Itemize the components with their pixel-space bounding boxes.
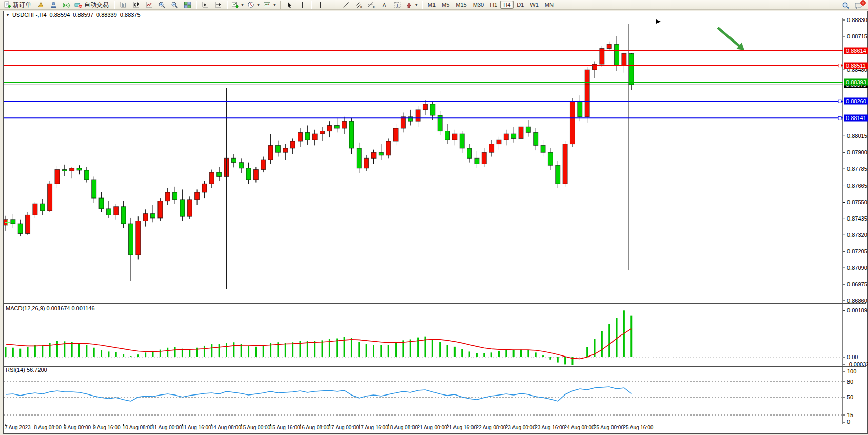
- candle-bear[interactable]: [511, 134, 516, 138]
- candle-bear[interactable]: [357, 148, 361, 168]
- candle-bear[interactable]: [445, 131, 450, 140]
- candle-bull[interactable]: [519, 127, 523, 138]
- candle-bear[interactable]: [92, 180, 96, 198]
- candlestick-chart-button[interactable]: [130, 0, 143, 10]
- level-handle[interactable]: [838, 116, 841, 120]
- trendline-button[interactable]: [340, 0, 352, 10]
- text-button[interactable]: A: [378, 0, 391, 10]
- vertical-line-button[interactable]: [314, 0, 327, 10]
- candle-bull[interactable]: [482, 152, 486, 164]
- candle-bull[interactable]: [158, 201, 163, 218]
- candle-bull[interactable]: [261, 160, 266, 169]
- arrows-dropdown[interactable]: ▼: [404, 0, 420, 10]
- search-button[interactable]: [839, 1, 852, 10]
- timeframe-m15[interactable]: M15: [452, 1, 469, 9]
- crosshair-button[interactable]: [296, 0, 309, 10]
- profile-button[interactable]: [47, 0, 60, 10]
- candle-bull[interactable]: [320, 131, 325, 134]
- timeframe-w1[interactable]: W1: [527, 1, 542, 9]
- chat-button[interactable]: 1: [852, 1, 865, 10]
- candle-bull[interactable]: [497, 140, 501, 144]
- candle-bear[interactable]: [460, 134, 464, 148]
- candle-bull[interactable]: [253, 170, 258, 180]
- candle-bear[interactable]: [275, 145, 280, 152]
- new-order-button[interactable]: 新订单: [2, 0, 34, 10]
- candle-bull[interactable]: [504, 134, 508, 140]
- horizontal-line-button[interactable]: [327, 0, 340, 10]
- candle-bull[interactable]: [143, 214, 148, 221]
- candle-bear[interactable]: [305, 132, 310, 140]
- candle-bear[interactable]: [467, 148, 472, 158]
- candle-bull[interactable]: [386, 141, 391, 155]
- candle-bull[interactable]: [70, 168, 74, 171]
- candle-bull[interactable]: [268, 145, 273, 160]
- candle-bull[interactable]: [570, 101, 575, 144]
- candle-bear[interactable]: [246, 168, 251, 180]
- timeframe-m1[interactable]: M1: [425, 1, 439, 9]
- zoom-out-button[interactable]: [168, 0, 181, 10]
- candle-bull[interactable]: [607, 44, 611, 48]
- candle-bear[interactable]: [334, 125, 339, 128]
- periods-dropdown[interactable]: ▼: [246, 0, 262, 10]
- equidistant-channel-button[interactable]: E: [352, 0, 365, 10]
- chart-shift-button[interactable]: [199, 0, 212, 10]
- line-chart-button[interactable]: [143, 0, 155, 10]
- candle-bear[interactable]: [77, 168, 82, 170]
- chart-plot[interactable]: [4, 11, 866, 432]
- candle-bull[interactable]: [423, 104, 427, 110]
- candle-bear[interactable]: [11, 220, 15, 224]
- new-chart-dropdown[interactable]: ▼: [230, 0, 246, 10]
- candle-bull[interactable]: [489, 144, 494, 153]
- candle-bear[interactable]: [217, 172, 222, 176]
- timeframe-m5[interactable]: M5: [439, 1, 452, 9]
- candle-bull[interactable]: [48, 184, 52, 211]
- candle-bull[interactable]: [585, 70, 589, 117]
- candle-bull[interactable]: [33, 204, 37, 215]
- candle-bear[interactable]: [430, 104, 435, 115]
- candle-bear[interactable]: [99, 198, 104, 209]
- fibonacci-button[interactable]: F: [365, 0, 378, 10]
- timeframe-m30[interactable]: M30: [470, 1, 487, 9]
- candle-bull[interactable]: [312, 134, 317, 140]
- candle-bear[interactable]: [151, 214, 155, 218]
- candle-bull[interactable]: [290, 141, 295, 148]
- candle-bear[interactable]: [62, 170, 67, 171]
- candle-bear[interactable]: [541, 145, 545, 152]
- candle-bear[interactable]: [231, 158, 236, 162]
- timeframe-h4[interactable]: H4: [500, 1, 514, 9]
- candle-bull[interactable]: [114, 207, 119, 215]
- candle-bear[interactable]: [534, 132, 538, 145]
- candle-bull[interactable]: [327, 125, 332, 131]
- candle-bull[interactable]: [26, 215, 30, 233]
- candle-bull[interactable]: [298, 132, 303, 141]
- timeframe-mn[interactable]: MN: [542, 1, 557, 9]
- candle-bear[interactable]: [128, 224, 133, 255]
- candle-bull[interactable]: [136, 221, 141, 255]
- candle-bull[interactable]: [195, 192, 200, 200]
- zoom-in-button[interactable]: [155, 0, 168, 10]
- candle-bear[interactable]: [578, 101, 582, 117]
- timeframe-d1[interactable]: D1: [514, 1, 527, 9]
- candle-bear[interactable]: [615, 44, 619, 66]
- cursor-button[interactable]: [283, 0, 296, 10]
- candle-bear[interactable]: [173, 192, 177, 200]
- candle-bear[interactable]: [84, 170, 89, 180]
- auto-scroll-button[interactable]: [212, 0, 225, 10]
- candle-bull[interactable]: [342, 121, 347, 128]
- candle-bull[interactable]: [283, 148, 288, 152]
- text-label-button[interactable]: T: [391, 0, 404, 10]
- candle-bear[interactable]: [121, 207, 126, 224]
- candle-bear[interactable]: [379, 152, 383, 155]
- candle-bull[interactable]: [187, 200, 192, 216]
- templates-dropdown[interactable]: ▼: [262, 0, 278, 10]
- candle-bear[interactable]: [349, 121, 354, 148]
- candle-bear[interactable]: [475, 158, 479, 164]
- bar-chart-button[interactable]: [117, 0, 130, 10]
- candle-bear[interactable]: [526, 127, 530, 132]
- candle-bear[interactable]: [556, 165, 560, 184]
- candle-bull[interactable]: [371, 152, 376, 158]
- candle-bull[interactable]: [416, 110, 420, 121]
- candle-bear[interactable]: [40, 204, 45, 211]
- tile-windows-button[interactable]: [181, 0, 194, 10]
- candle-bear[interactable]: [106, 209, 111, 215]
